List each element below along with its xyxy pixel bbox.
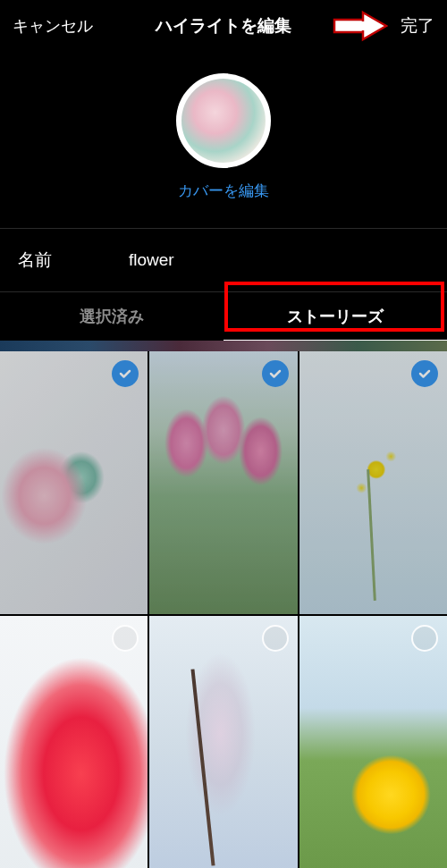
checkmark-icon [112, 360, 139, 387]
svg-rect-3 [336, 21, 367, 30]
name-row: 名前 [0, 228, 447, 292]
unchecked-circle-icon [411, 625, 438, 652]
cancel-button[interactable]: キャンセル [13, 15, 93, 37]
tab-selected[interactable]: 選択済み [0, 292, 224, 341]
story-thumbnail[interactable] [149, 351, 297, 614]
name-input[interactable] [129, 250, 341, 270]
page-title: ハイライトを編集 [156, 14, 291, 38]
preview-strip [0, 341, 447, 351]
tab-stories[interactable]: ストーリーズ [224, 292, 447, 341]
story-thumbnail[interactable] [299, 351, 447, 614]
edit-cover-link[interactable]: カバーを編集 [178, 181, 269, 201]
stories-grid [0, 351, 447, 868]
cover-image[interactable] [176, 73, 271, 168]
story-thumbnail[interactable] [0, 351, 148, 614]
unchecked-circle-icon [112, 625, 139, 652]
annotation-arrow-icon [331, 9, 388, 43]
name-label: 名前 [18, 249, 129, 272]
story-thumbnail[interactable] [0, 616, 148, 868]
checkmark-icon [411, 360, 438, 387]
cover-section: カバーを編集 [0, 52, 447, 228]
checkmark-icon [262, 360, 289, 387]
unchecked-circle-icon [262, 625, 289, 652]
done-button[interactable]: 完了 [401, 14, 434, 38]
story-thumbnail[interactable] [149, 616, 297, 868]
story-thumbnail[interactable] [299, 616, 447, 868]
tabs: 選択済み ストーリーズ [0, 292, 447, 341]
